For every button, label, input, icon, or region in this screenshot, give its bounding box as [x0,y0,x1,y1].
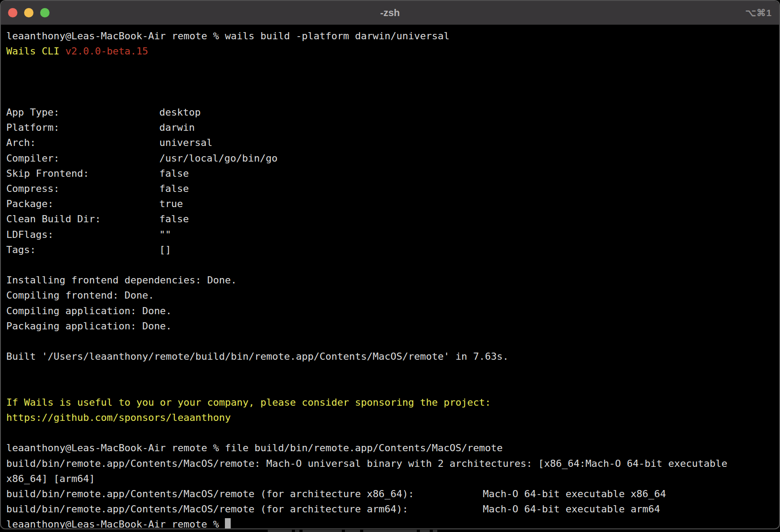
text-cursor [225,518,231,529]
terminal-line: Tags:[] [6,242,775,258]
build-step-line: Packaging application: Done. [6,319,775,334]
terminal-text: Wails CLI [6,46,65,57]
terminal-window: -zsh ⌥⌘1 leaanthony@Leas-MacBook-Air rem… [0,0,780,529]
sponsor-link-line: https://github.com/sponsors/leaanthony [6,410,775,425]
file-output-line: x86_64] [arm64] [6,471,775,486]
file-arch-line: build/bin/remote.app/Contents/MacOS/remo… [6,486,775,502]
terminal-text: x86_64] [arm64] [6,473,95,484]
config-label: Compress: [6,181,159,196]
config-value: false [159,183,189,194]
blank-line [6,380,775,395]
config-value: desktop [159,107,201,118]
terminal-line: LDFlags:"" [6,227,775,242]
terminal-line: Package:true [6,196,775,212]
config-value: true [159,198,183,209]
sliver-mark [363,530,417,532]
terminal-line: Compiler:/usr/local/go/bin/go [6,151,775,166]
config-value: universal [159,137,212,148]
config-value: /usr/local/go/bin/go [159,153,278,164]
config-value: false [159,168,189,179]
build-step-line: Compiling frontend: Done. [6,288,775,303]
terminal-screen[interactable]: leaanthony@Leas-MacBook-Air remote % wai… [1,25,779,529]
background-window-sliver [0,529,780,532]
config-label: Clean Build Dir: [6,212,159,227]
wails-cli-version-line: Wails CLI v2.0.0-beta.15 [6,44,775,59]
sliver-mark [295,530,299,532]
blank-line [6,258,775,273]
sponsor-message-line: If Wails is useful to you or your compan… [6,395,775,410]
blank-line [6,334,775,349]
terminal-line: Platform:darwin [6,120,775,135]
sponsor-link[interactable]: https://github.com/sponsors/leaanthony [6,412,231,423]
config-label: Tags: [6,242,159,258]
file-arch-line: build/bin/remote.app/Contents/MacOS/remo… [6,502,775,517]
blank-line [6,59,775,74]
terminal-text: build/bin/remote.app/Contents/MacOS/remo… [6,486,483,502]
terminal-text: Packaging application: Done. [6,320,172,332]
terminal-text: Built '/Users/leaanthony/remote/build/bi… [6,351,509,362]
terminal-line: Arch:universal [6,135,775,150]
sliver-mark [433,530,437,532]
blank-line [6,90,775,105]
config-label: Skip Frontend: [6,166,159,181]
sliver-mark [420,530,430,532]
window-title: -zsh [1,1,779,25]
terminal-line: Compress:false [6,181,775,196]
blank-line [6,364,775,379]
terminal-text: leaanthony@Leas-MacBook-Air remote % wai… [6,30,449,42]
shell-prompt-line: leaanthony@Leas-MacBook-Air remote % wai… [6,29,775,44]
build-step-line: Compiling application: Done. [6,303,775,319]
terminal-text: build/bin/remote.app/Contents/MacOS/remo… [6,458,727,469]
config-value: [] [159,244,171,255]
config-label: Package: [6,196,159,212]
blank-line [6,75,775,90]
active-prompt-line: leaanthony@Leas-MacBook-Air remote % [6,517,775,529]
config-value: darwin [159,122,195,133]
terminal-line: Clean Build Dir:false [6,212,775,227]
config-label: Compiler: [6,151,159,166]
terminal-text: v2.0.0-beta.15 [65,46,148,57]
terminal-text: If Wails is useful to you or your compan… [6,397,491,408]
sliver-mark [345,530,360,532]
build-step-line: Installing frontend dependencies: Done. [6,273,775,288]
build-result-line: Built '/Users/leaanthony/remote/build/bi… [6,349,775,364]
blank-line [6,425,775,441]
titlebar[interactable]: -zsh ⌥⌘1 [1,1,779,25]
terminal-text: leaanthony@Leas-MacBook-Air remote % [6,519,225,529]
config-value: "" [159,229,171,240]
terminal-line: Skip Frontend:false [6,166,775,181]
terminal-text: build/bin/remote.app/Contents/MacOS/remo… [6,502,483,517]
sliver-mark [303,530,342,532]
sliver-mark [268,530,292,532]
config-label: Platform: [6,120,159,135]
config-label: App Type: [6,105,159,120]
shell-prompt-line: leaanthony@Leas-MacBook-Air remote % fil… [6,441,775,456]
terminal-line: App Type:desktop [6,105,775,120]
window-shortcut-badge: ⌥⌘1 [745,1,772,25]
terminal-text: leaanthony@Leas-MacBook-Air remote % fil… [6,442,503,453]
config-label: Arch: [6,135,159,150]
terminal-text: Compiling application: Done. [6,305,172,316]
desktop-background: -zsh ⌥⌘1 leaanthony@Leas-MacBook-Air rem… [0,0,780,532]
terminal-text: Mach-O 64-bit executable x86_64 [483,488,666,499]
config-value: false [159,213,189,224]
config-label: LDFlags: [6,227,159,242]
terminal-text: Installing frontend dependencies: Done. [6,274,237,286]
file-output-line: build/bin/remote.app/Contents/MacOS/remo… [6,456,775,471]
terminal-text: Mach-O 64-bit executable arm64 [483,503,660,515]
terminal-text: Compiling frontend: Done. [6,290,154,301]
